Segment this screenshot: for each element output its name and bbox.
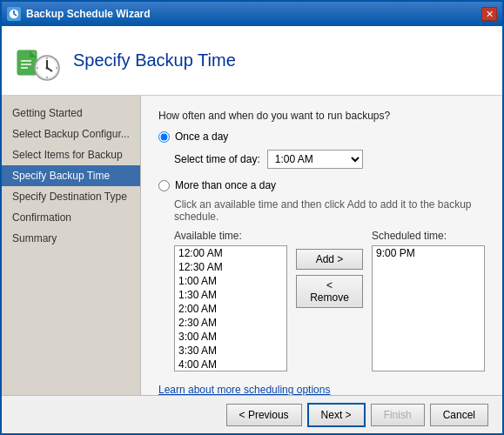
- footer: < Previous Next > Finish Cancel: [2, 395, 502, 433]
- list-item[interactable]: 1:00 AM: [175, 274, 286, 288]
- learn-more-link[interactable]: Learn about more scheduling options: [158, 384, 330, 395]
- list-item[interactable]: 2:00 AM: [175, 302, 286, 316]
- finish-button[interactable]: Finish: [371, 404, 425, 426]
- select-time-label: Select time of day:: [174, 153, 260, 165]
- list-item[interactable]: 12:00 AM: [175, 246, 286, 260]
- time-select[interactable]: 12:00 AM 12:30 AM 1:00 AM 1:30 AM 2:00 A…: [267, 150, 363, 169]
- sidebar-item-specify-destination-type[interactable]: Specify Destination Type: [2, 186, 140, 207]
- more-than-once-label: More than once a day: [175, 179, 276, 191]
- once-a-day-radio[interactable]: [158, 131, 170, 143]
- next-button[interactable]: Next >: [307, 403, 366, 427]
- list-item[interactable]: 3:00 AM: [175, 330, 286, 344]
- time-dropdown: 12:00 AM 12:30 AM 1:00 AM 1:30 AM 2:00 A…: [267, 150, 363, 169]
- title-bar: Backup Schedule Wizard ✕: [2, 2, 502, 26]
- list-item[interactable]: 3:30 AM: [175, 344, 286, 358]
- sidebar-item-select-backup-config[interactable]: Select Backup Configur...: [2, 124, 140, 144]
- sidebar-item-confirmation[interactable]: Confirmation: [2, 207, 140, 228]
- scheduled-list-section: Scheduled time: 9:00 PM: [372, 230, 485, 371]
- list-item[interactable]: 4:00 AM: [175, 358, 286, 371]
- content-area: Getting Started Select Backup Configur..…: [2, 96, 502, 395]
- sidebar: Getting Started Select Backup Configur..…: [2, 96, 141, 395]
- header-title: Specify Backup Time: [73, 50, 236, 70]
- header: Specify Backup Time: [2, 26, 502, 96]
- question-label: How often and when do you want to run ba…: [158, 110, 485, 122]
- list-item[interactable]: 2:30 AM: [175, 316, 286, 330]
- more-than-once-option: More than once a day: [158, 179, 485, 191]
- list-action-buttons: Add > < Remove: [296, 249, 363, 308]
- once-a-day-label: Once a day: [175, 130, 228, 143]
- scheduled-label: Scheduled time:: [372, 230, 485, 242]
- lists-area: Available time: 12:00 AM 12:30 AM 1:00 A…: [174, 230, 485, 371]
- cancel-button[interactable]: Cancel: [430, 404, 488, 426]
- list-item[interactable]: 9:00 PM: [373, 246, 484, 260]
- available-list[interactable]: 12:00 AM 12:30 AM 1:00 AM 1:30 AM 2:00 A…: [174, 245, 287, 371]
- list-item[interactable]: 1:30 AM: [175, 288, 286, 302]
- instructions: Click an available time and then click A…: [174, 198, 485, 223]
- main-window: Backup Schedule Wizard ✕: [0, 0, 504, 435]
- close-button[interactable]: ✕: [481, 7, 497, 21]
- sidebar-item-specify-backup-time[interactable]: Specify Backup Time: [2, 165, 140, 186]
- title-bar-icon: [7, 7, 21, 21]
- main-panel: How often and when do you want to run ba…: [141, 96, 502, 395]
- previous-button[interactable]: < Previous: [226, 404, 302, 426]
- sidebar-item-select-items-backup[interactable]: Select Items for Backup: [2, 144, 140, 165]
- list-item[interactable]: 12:30 AM: [175, 260, 286, 274]
- learn-link-area: Learn about more scheduling options: [158, 384, 485, 395]
- svg-point-13: [46, 66, 49, 69]
- sidebar-item-getting-started[interactable]: Getting Started: [2, 103, 140, 124]
- sidebar-item-summary[interactable]: Summary: [2, 228, 140, 249]
- title-bar-text: Backup Schedule Wizard: [26, 8, 481, 20]
- available-list-section: Available time: 12:00 AM 12:30 AM 1:00 A…: [174, 230, 287, 371]
- time-select-row: Select time of day: 12:00 AM 12:30 AM 1:…: [174, 150, 485, 169]
- scheduled-list[interactable]: 9:00 PM: [372, 245, 485, 371]
- header-icon: [16, 38, 61, 84]
- remove-button[interactable]: < Remove: [296, 275, 363, 308]
- available-label: Available time:: [174, 230, 287, 242]
- once-a-day-option: Once a day: [158, 130, 485, 143]
- add-button[interactable]: Add >: [296, 249, 363, 270]
- more-than-once-radio[interactable]: [158, 180, 170, 191]
